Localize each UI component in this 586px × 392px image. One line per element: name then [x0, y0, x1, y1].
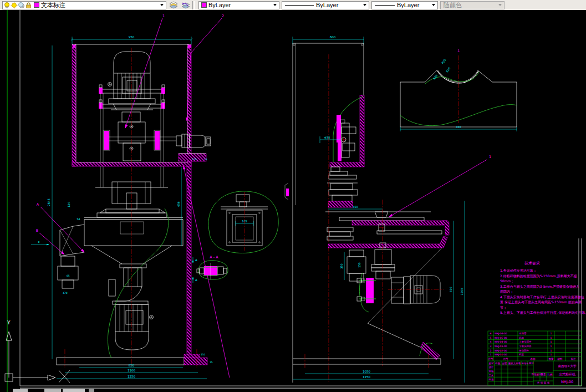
- dim-pad2: 15: [210, 361, 213, 364]
- tech-req-line: 50mm；: [500, 279, 514, 283]
- balloon-1: 1: [162, 14, 165, 18]
- section-letter-top: A: [195, 258, 197, 262]
- lock-icon[interactable]: [25, 2, 32, 9]
- layer-combo[interactable]: 文本标注: [2, 1, 166, 9]
- title-block-number: NHJ-00: [561, 380, 573, 384]
- layer-color-swatch: [34, 2, 39, 8]
- lineweight-combo-arrow[interactable]: [430, 2, 437, 9]
- bom-name: 出料管: [519, 332, 527, 335]
- dim-lv3: 656: [177, 201, 180, 207]
- role-label: 批准: [488, 378, 495, 381]
- layer-previous-button[interactable]: [180, 1, 191, 9]
- bom-qty: 1: [551, 353, 552, 356]
- freeze-icon[interactable]: [18, 2, 25, 9]
- toolbar: 文本标注 ByLayer ByLayer ByLayer 随颜色: [0, 0, 586, 11]
- section-letter-bottom: A: [195, 278, 197, 282]
- linetype-combo-arrow[interactable]: [361, 2, 368, 9]
- dim-lv1: 124: [67, 202, 70, 207]
- bom-no: 2: [490, 349, 492, 352]
- rev-label: 更改文件号: [508, 362, 521, 365]
- detail-clamp: 105: [208, 191, 278, 253]
- dim-lv2: 74: [77, 217, 80, 221]
- bom-qty: 1: [551, 349, 552, 352]
- dim-r2: R20: [445, 67, 451, 73]
- layers-manager-button[interactable]: [167, 1, 179, 9]
- bom-name: 机体: [519, 337, 524, 339]
- balloon-2: 2: [222, 14, 224, 18]
- dim-rv2: 150: [358, 262, 361, 268]
- detail-a-a-label: A - A: [210, 255, 218, 259]
- bom-code: NHJ-05-00: [495, 337, 507, 339]
- dim-mid-top: 600: [330, 35, 336, 39]
- sun-icon[interactable]: [11, 2, 18, 9]
- bom-no: 4: [490, 340, 492, 343]
- bulb-icon[interactable]: [3, 2, 11, 9]
- color-value: ByLayer: [208, 2, 231, 8]
- rev-label: 分区: [502, 362, 508, 365]
- bom-header: 序号: [488, 358, 494, 360]
- tech-req-line: 5.上磨头、下磨头与工作台保持平行度, 保证称料均匀可靠。: [500, 310, 586, 315]
- stage-label: 比例: [548, 373, 553, 376]
- dim-lv4: 65: [67, 274, 70, 277]
- cad-drawing[interactable]: 950 2645 175 13: [0, 10, 586, 392]
- dim-drive-1: 175: [192, 158, 197, 161]
- bom-header: 材料: [557, 358, 563, 361]
- bom-name: 下磨头部件: [519, 345, 532, 348]
- rev-label: 签名: [522, 362, 527, 365]
- tech-req-line: 间隙内；: [500, 289, 513, 294]
- balloon-A: A: [37, 202, 39, 207]
- layers-icon: [169, 1, 178, 9]
- dim-base3: 1250: [128, 375, 135, 378]
- dim-r3: R22: [432, 74, 439, 80]
- linetype-combo[interactable]: ByLayer: [282, 1, 369, 9]
- tech-req-line: 节；: [500, 306, 507, 309]
- stage-label: 重量: [541, 373, 547, 376]
- leader-lines: 1 2 1 A B c: [31, 14, 491, 378]
- balloon-B: B: [36, 228, 38, 233]
- front-view: 950 2645 175 13: [47, 35, 213, 379]
- bom-qty: 1: [551, 340, 552, 343]
- bom-code: NHJ-03-00: [495, 345, 507, 348]
- bolt-clusters: [99, 85, 165, 109]
- statusbar-sliver: [13, 388, 586, 392]
- title-block: 6NHJ-06-00出料管1 5NHJ-05-00机体1 4NHJ-04-00上…: [488, 331, 582, 385]
- horizontal-motor: [388, 276, 444, 304]
- ucs-icon: Y: [5, 320, 70, 383]
- sheet-label: 共 张 第 张: [537, 381, 550, 384]
- bom-qty: 1: [551, 332, 552, 335]
- plotstyle-combo-arrow: [496, 2, 503, 9]
- technical-requirements: 技术要求 1.各运动件应灵活可靠； 2.待粉碎物料的粒度范围为5-150mm,原…: [500, 261, 586, 315]
- tech-req-line: 置 保证上磨头与下磨头之间有间距5-150mm 能自由调: [500, 300, 582, 304]
- color-swatch: [201, 2, 207, 8]
- dim-right-h1: 600: [449, 287, 452, 292]
- layer-combo-arrow[interactable]: [158, 2, 165, 9]
- rev-label: 年月日: [526, 362, 534, 365]
- bom-header: 备注: [571, 358, 577, 360]
- detail-saddle: 1 R25 R20 R22 450: [400, 48, 517, 131]
- drawing-canvas[interactable]: 950 2645 175 13: [0, 10, 586, 392]
- tech-req-title: 技术要求: [524, 261, 540, 266]
- tech-req-line: 1.各运动件应灵活可靠；: [500, 268, 537, 273]
- title-block-title: 立式粉碎机: [559, 372, 575, 376]
- role-label: 设计: [489, 365, 495, 369]
- bom-name: 传动部件: [518, 349, 529, 352]
- linetype-sample: [285, 5, 314, 6]
- layer-name: 文本标注: [41, 1, 65, 9]
- dim-top-width: 950: [129, 35, 135, 39]
- lineweight-combo[interactable]: ByLayer: [371, 1, 438, 9]
- dim-rv1: 350: [340, 263, 343, 269]
- balloon-right-1: 1: [489, 155, 491, 159]
- ucs-y-label: Y: [7, 320, 11, 325]
- ucs-x-glyph: [59, 370, 70, 383]
- dim-lv5: 470: [63, 292, 68, 294]
- bom-code: NHJ-06-00: [495, 332, 507, 335]
- bom-qty: 1: [551, 345, 552, 348]
- dim-detail-width: 450: [456, 125, 461, 129]
- color-combo[interactable]: ByLayer: [198, 1, 279, 9]
- bom-code: NHJ-02-00: [495, 349, 507, 352]
- linetype-value: ByLayer: [316, 2, 338, 8]
- ucs-x-arrow: [48, 375, 55, 380]
- color-combo-arrow[interactable]: [271, 2, 278, 9]
- dim-drive-2: 13: [204, 158, 207, 161]
- tech-req-line: 2.待粉碎物料的粒度范围为5-150mm,原料最大不超: [500, 274, 577, 278]
